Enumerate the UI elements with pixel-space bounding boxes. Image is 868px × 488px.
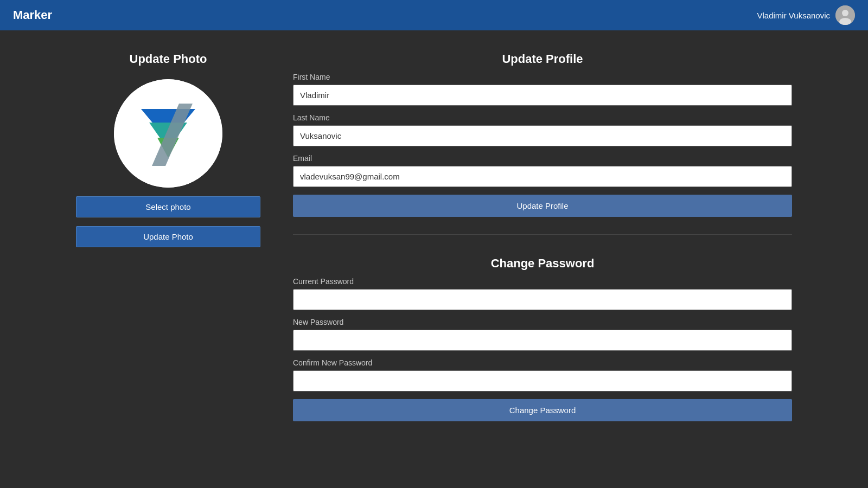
update-profile-title: Update Profile — [293, 52, 792, 66]
update-profile-button[interactable]: Update Profile — [293, 195, 792, 217]
email-input[interactable] — [293, 166, 792, 187]
new-password-group: New Password — [293, 318, 792, 351]
last-name-input[interactable] — [293, 125, 792, 146]
first-name-label: First Name — [293, 73, 792, 81]
select-photo-button[interactable]: Select photo — [76, 196, 260, 217]
change-password-section: Change Password Current Password New Pas… — [293, 256, 792, 421]
email-label: Email — [293, 154, 792, 163]
last-name-group: Last Name — [293, 113, 792, 146]
section-divider — [293, 234, 792, 235]
confirm-password-group: Confirm New Password — [293, 358, 792, 391]
new-password-input[interactable] — [293, 330, 792, 351]
current-password-group: Current Password — [293, 277, 792, 310]
left-panel: Update Photo Select photo Update Photo — [76, 52, 260, 421]
right-panel: Update Profile First Name Last Name Emai… — [293, 52, 792, 421]
current-password-input[interactable] — [293, 289, 792, 310]
avatar — [835, 5, 855, 25]
svg-point-1 — [842, 10, 848, 16]
email-group: Email — [293, 154, 792, 187]
user-info: Vladimir Vuksanovic — [757, 5, 856, 25]
header: Marker Vladimir Vuksanovic — [0, 0, 868, 30]
new-password-label: New Password — [293, 318, 792, 326]
update-photo-button[interactable]: Update Photo — [76, 226, 260, 247]
user-name: Vladimir Vuksanovic — [757, 11, 831, 20]
change-password-title: Change Password — [293, 256, 792, 271]
app-logo: Marker — [13, 8, 52, 22]
current-password-label: Current Password — [293, 277, 792, 286]
main-content: Update Photo Select photo Update Photo U… — [0, 30, 868, 443]
first-name-input[interactable] — [293, 85, 792, 106]
update-photo-title: Update Photo — [130, 52, 207, 66]
confirm-password-label: Confirm New Password — [293, 358, 792, 367]
first-name-group: First Name — [293, 73, 792, 106]
update-profile-section: Update Profile First Name Last Name Emai… — [293, 52, 792, 217]
last-name-label: Last Name — [293, 113, 792, 122]
profile-image — [114, 79, 222, 188]
change-password-button[interactable]: Change Password — [293, 399, 792, 421]
confirm-password-input[interactable] — [293, 370, 792, 391]
